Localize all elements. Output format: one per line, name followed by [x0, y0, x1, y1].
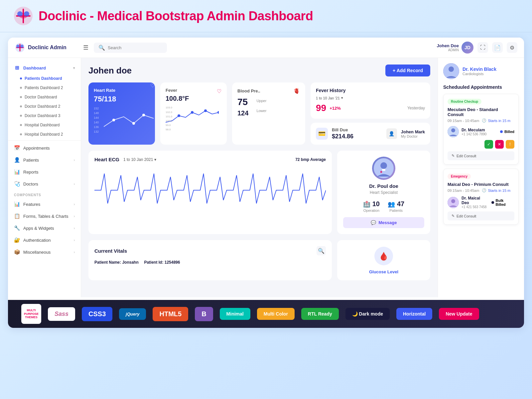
sub-dot: [20, 96, 22, 98]
sidebar-sub-hospital-dashboard[interactable]: Hospital Dashboard: [8, 120, 81, 130]
footer-logo: MULTIPURPOSETHEMES: [21, 304, 41, 324]
fever-chart-svg: 103.0 102.0 101.0 100.0 99.0 98.0: [166, 106, 219, 132]
sub-dot: [20, 115, 22, 117]
user-name: Johen Doe: [437, 43, 459, 48]
appt-badge-1: Routine Checkup: [448, 99, 481, 104]
heart-rate-value: 75/118: [94, 95, 150, 103]
search-input[interactable]: [108, 45, 161, 50]
user-avatar: JD: [462, 42, 473, 54]
appt-doc-phone-2: +1 421 563 7458: [462, 205, 489, 209]
hr-y-labels: 152148144140136132: [94, 107, 99, 133]
page-header: Johen doe + Add Record: [88, 65, 430, 76]
footer-badge-css3[interactable]: CSS3: [82, 307, 112, 321]
svg-point-5: [20, 45, 24, 48]
dashboard-card: Doclinic Admin ☰ 🔍 Johen Doe ADMIN JD ⛶ …: [8, 38, 524, 328]
bill-doctor-role: My Doctor: [401, 134, 425, 138]
rp-doctor-avatar-img: [443, 63, 459, 79]
hamburger-icon[interactable]: ☰: [83, 44, 88, 51]
fever-history-title: Fever History: [316, 88, 345, 93]
vitals-search-button[interactable]: 🔍: [317, 246, 326, 255]
appt-status-2: Bulk Billed: [491, 199, 514, 206]
svg-point-10: [191, 111, 194, 114]
bill-value: $214.86: [332, 133, 353, 140]
chevron-right-icon: ›: [74, 238, 75, 242]
bp-lower-value: 124: [237, 109, 248, 117]
footer-badge-html5[interactable]: HTML5: [153, 307, 188, 321]
sub-dot: [20, 124, 22, 126]
footer-badge-darkmode[interactable]: 🌙 Dark mode: [345, 308, 390, 320]
sidebar-item-forms[interactable]: 📋 Forms, Tables & Charts ›: [8, 210, 81, 222]
doctor-avatar-img: [374, 158, 394, 178]
footer-badge-minimal[interactable]: Minimal: [220, 308, 250, 320]
vitals-patient-info: Patient Name: Jonsahn Patient Id: 125489…: [94, 260, 326, 265]
sidebar-auth-label: Authentication: [23, 238, 51, 243]
appt-doc-name-1: Dr. Meculam: [462, 128, 486, 132]
footer-badge-horizontal[interactable]: Horizontal: [396, 308, 432, 320]
sidebar-sub-doctor-dashboard-3[interactable]: Doctor Dashboard 3: [8, 111, 81, 120]
vitals-card: Current Vitals 🔍 Patient Name: Jonsahn P…: [88, 240, 332, 280]
glucose-title: Glucose Level: [369, 269, 398, 274]
footer-badge-jquery[interactable]: jQuery: [119, 308, 146, 320]
sub-dot: [20, 133, 22, 135]
sidebar-sub-patients-dashboard[interactable]: Patients Dashboard: [8, 74, 81, 83]
jquery-label: jQuery: [126, 312, 139, 317]
logo-icon: [15, 42, 25, 53]
sidebar-item-patients[interactable]: 👤 Patients ›: [8, 154, 81, 166]
vitals-title: Current Vitals: [94, 248, 127, 254]
footer-badge-bootstrap[interactable]: B: [195, 307, 213, 321]
patient-name-value: Jonsahn: [122, 260, 138, 265]
footer-badge-sass[interactable]: Sass: [48, 307, 75, 321]
sidebar-item-apps[interactable]: 🔧 Apps & Widgets ›: [8, 222, 81, 234]
fever-date-range: 1 to 10 Jan '21 ▾: [316, 96, 425, 100]
sidebar-patients-label: Patients: [23, 158, 39, 163]
heart-rate-card: Heart Rate ♡ 75/118 152148144140136132: [88, 82, 155, 145]
edit-consult-label-2: Edit Consult: [457, 214, 476, 218]
appt-doc-avatar-2: [448, 197, 459, 208]
sidebar-item-features[interactable]: 📊 Features ›: [8, 198, 81, 210]
footer-badge-multicolor[interactable]: Multi Color: [257, 308, 295, 320]
sidebar-dashboard-label: Dashboard: [23, 66, 46, 70]
sidebar-item-doctors[interactable]: 🩺 Doctors ›: [8, 178, 81, 190]
fever-history-card: Fever History 1 to 10 Jan '21 ▾ 99 +12% …: [311, 82, 430, 119]
bootstrap-label: B: [201, 310, 206, 318]
sidebar-item-miscellaneous[interactable]: 📦 Miscellaneous ›: [8, 246, 81, 258]
fullscreen-button[interactable]: ⛶: [477, 42, 488, 53]
sidebar-item-dashboard[interactable]: ⊞ Dashboard ▾: [8, 62, 81, 74]
topbar: Doclinic Admin ☰ 🔍 Johen Doe ADMIN JD ⛶ …: [8, 38, 524, 58]
sidebar-item-authentication[interactable]: 🔐 Authentication ›: [8, 234, 81, 246]
sidebar-item-reports[interactable]: 📊 Reports: [8, 166, 81, 178]
message-button[interactable]: 💬 Message: [343, 217, 424, 228]
appt-action-green-1[interactable]: ✓: [484, 140, 493, 149]
sidebar-sub-hospital-dashboard-2[interactable]: Hospital Dashboard 2: [8, 130, 81, 139]
search-icon: 🔍: [98, 45, 105, 51]
appt-action-yellow-1[interactable]: !: [506, 140, 514, 149]
add-record-button[interactable]: + Add Record: [385, 65, 430, 76]
topbar-user: Johen Doe ADMIN JD: [437, 42, 473, 54]
sidebar-sub-doctor-dashboard[interactable]: Doctor Dashboard: [8, 92, 81, 102]
fever-history-change: +12%: [330, 106, 341, 111]
settings-button[interactable]: ⚙: [507, 42, 517, 53]
sidebar-item-appointments[interactable]: 📅 Appointments: [8, 142, 81, 154]
bill-label: Bill Due: [332, 127, 353, 132]
doctor-stat-operations: 🏥 10 Operation: [363, 200, 380, 212]
sidebar-sub-patients-dashboard-2[interactable]: Patients Dashboard 2: [8, 83, 81, 92]
svg-point-2: [24, 11, 29, 17]
notification-button[interactable]: 📄: [492, 42, 503, 53]
rp-doctor-avatar: [443, 63, 459, 79]
edit-consult-button-1[interactable]: ✎ Edit Consult: [448, 151, 514, 160]
rp-doctor-title: Cardiologists: [463, 72, 496, 76]
bp-heart-icon: 🫀: [293, 88, 300, 94]
appt-title-1: Meculam Deo - Standard Consult: [448, 107, 514, 117]
doctor-operations-label: Operation: [363, 208, 380, 212]
bill-doctor-name: Johen Mark: [401, 129, 425, 134]
edit-consult-button-2[interactable]: ✎ Edit Consult: [448, 211, 514, 220]
svg-text:102.0: 102.0: [166, 111, 173, 114]
footer-badge-rtl[interactable]: RTL Ready: [301, 308, 339, 320]
fever-history-period: Yesterday: [407, 106, 425, 110]
appt-action-red-1[interactable]: ✕: [495, 140, 504, 149]
footer-badge-newupdate[interactable]: New Update: [439, 308, 479, 320]
glucose-icon: 🩸: [374, 246, 394, 266]
status-dot-1: [500, 130, 503, 133]
sidebar-reports-label: Reports: [23, 170, 39, 175]
sidebar-sub-doctor-dashboard-2[interactable]: Doctor Dashboard 2: [8, 102, 81, 111]
